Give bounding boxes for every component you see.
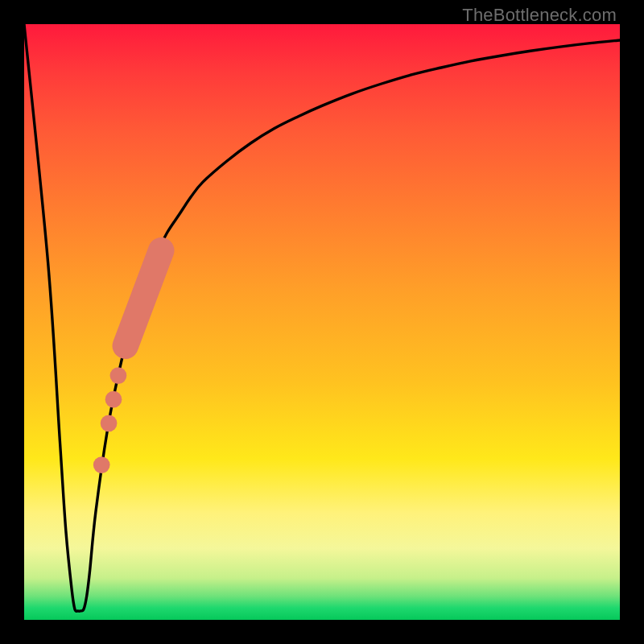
- watermark-text: TheBottleneck.com: [462, 5, 617, 26]
- highlight-dots: [93, 367, 126, 473]
- chart-svg: [24, 24, 620, 620]
- chart-frame: TheBottleneck.com: [0, 0, 644, 644]
- highlight-band: [126, 250, 161, 345]
- highlight-dot: [110, 367, 127, 384]
- bottleneck-curve: [24, 24, 620, 611]
- highlight-dot: [105, 391, 122, 408]
- plot-area: [24, 24, 620, 620]
- highlight-dot: [101, 415, 118, 431]
- highlight-dot: [93, 456, 110, 473]
